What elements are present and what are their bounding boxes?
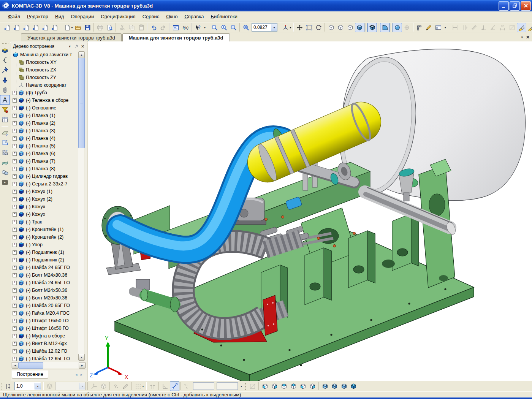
tree-item-16[interactable]: +(-) Цилиндр гидрав	[11, 173, 78, 180]
tree-item-25[interactable]: +(-) Упор	[11, 241, 78, 249]
step-value-dropdown[interactable]: ▼	[35, 383, 41, 390]
tree-item-27[interactable]: +(-) Подшипник (2)	[11, 256, 78, 264]
current-step-button[interactable]	[4, 382, 14, 391]
expand-icon[interactable]: +	[13, 281, 17, 285]
horizontal-scroll-thumb[interactable]	[18, 362, 43, 369]
tab-doc-uchastok[interactable]: Участок для зачистки торцов труб.a3d	[21, 33, 122, 42]
attachments-button[interactable]	[0, 85, 10, 95]
menu-help[interactable]: Справка	[181, 12, 207, 21]
expand-icon[interactable]: +	[13, 136, 17, 141]
model-red-bracket[interactable]	[263, 295, 277, 336]
tree-item-15[interactable]: +(-) Планка (8)	[11, 165, 78, 173]
surfaces-button[interactable]	[0, 157, 10, 167]
menu-editor[interactable]: Редактор	[24, 12, 52, 21]
tree-item-2[interactable]: Плоскость ZX	[11, 66, 78, 74]
toolbar-overflow-button[interactable]: ▾	[239, 385, 244, 387]
doc-part-button[interactable]	[41, 23, 50, 32]
tree-item-13[interactable]: +(-) Планка (6)	[11, 150, 78, 157]
tree-item-31[interactable]: +(-) Болт М24х50.36	[11, 287, 78, 294]
view-axis-x-button[interactable]	[339, 382, 349, 391]
hidden-lines-button[interactable]	[336, 23, 345, 32]
step-value[interactable]: 1.0▼	[14, 382, 41, 390]
tree-item-3[interactable]: Плоскость ZY	[11, 74, 78, 81]
expand-icon[interactable]: +	[13, 319, 17, 323]
expand-icon[interactable]: +	[13, 152, 17, 156]
scroll-up-button[interactable]: ▲	[78, 51, 85, 58]
expand-icon[interactable]: +	[13, 228, 17, 232]
tree-item-10[interactable]: +(-) Планка (3)	[11, 127, 78, 135]
expand-icon[interactable]: +	[13, 311, 17, 315]
measure-check-button[interactable]	[526, 23, 532, 32]
zoom-scale-dropdown[interactable]: ▼	[271, 24, 277, 31]
close-button[interactable]	[521, 1, 531, 11]
tree-item-6[interactable]: +(-) Тележка в сборе	[11, 97, 78, 104]
tree-item-22[interactable]: +(-) Трак	[11, 218, 78, 226]
model-viewport[interactable]: Y Z X	[88, 41, 532, 381]
assembly-operations-button[interactable]	[0, 167, 10, 177]
tree-item-33[interactable]: +(-) Шайба 20 65Г ГО	[11, 302, 78, 309]
scroll-down-button[interactable]: ▼	[78, 354, 85, 361]
tree-horizontal-scrollbar[interactable]: ◀ ▶	[11, 362, 86, 368]
doc-spec-button[interactable]	[31, 23, 41, 32]
close-document-button[interactable]: ✕	[526, 35, 530, 40]
rotate-view-button[interactable]	[314, 23, 323, 32]
auxiliary-contour-button[interactable]	[0, 138, 10, 147]
undo-button[interactable]	[149, 23, 158, 32]
menu-file[interactable]: Файл	[5, 12, 24, 21]
expand-icon[interactable]: +	[13, 266, 17, 270]
tree-item-19[interactable]: +(-) Кожух (2)	[11, 195, 78, 203]
filter-objects-button[interactable]	[0, 105, 10, 115]
expand-icon[interactable]: +	[13, 235, 17, 239]
tree-item-17[interactable]: +(-) Серьга 2-33х2-7	[11, 180, 78, 188]
expressions-button[interactable]	[180, 23, 190, 32]
tree-item-39[interactable]: +(-) Шайба 12.02 ГО	[11, 347, 78, 355]
menu-view[interactable]: Вид	[52, 12, 68, 21]
shaded-button[interactable]	[355, 23, 364, 32]
tree-item-21[interactable]: +(-) Кожух	[11, 211, 78, 218]
close-panel-button[interactable]: ✕	[80, 44, 86, 49]
tree-item-20[interactable]: +(-) Кожух	[11, 203, 78, 211]
tab-doc-mashina[interactable]: Машина для зачистки торцов труб.a3d	[122, 33, 230, 42]
expand-icon[interactable]: +	[13, 349, 17, 353]
simplified-display-button[interactable]	[393, 23, 402, 32]
tree-item-34[interactable]: +(-) Гайка М20.4 ГОС	[11, 309, 78, 317]
add-component-button[interactable]	[0, 65, 10, 75]
expand-icon[interactable]: +	[13, 205, 17, 209]
wireframe-button[interactable]	[326, 23, 336, 32]
expand-icon[interactable]: +	[13, 342, 17, 346]
section-surface-button[interactable]	[0, 147, 10, 157]
tree-item-32[interactable]: +(-) Болт М20х80.36	[11, 294, 78, 302]
expand-icon[interactable]: +	[13, 91, 17, 95]
expand-icon[interactable]: +	[13, 250, 17, 255]
collision-check-button[interactable]	[517, 23, 526, 32]
expand-icon[interactable]: +	[13, 243, 17, 247]
tree-item-9[interactable]: +(-) Планка (2)	[11, 119, 78, 127]
spline-3d-button[interactable]	[0, 55, 10, 65]
expand-icon[interactable]: +	[13, 220, 17, 224]
tree-item-1[interactable]: Плоскость XY	[11, 59, 78, 66]
tree-menu-button[interactable]: ▾	[67, 44, 73, 49]
expand-icon[interactable]: +	[13, 98, 17, 103]
view-bottom-button[interactable]	[289, 382, 298, 391]
view-axis-z-button[interactable]	[330, 382, 339, 391]
rebuild-model-button[interactable]	[415, 23, 424, 32]
orientation-dropdown[interactable]: ▼	[289, 26, 292, 29]
auxiliary-plane-button[interactable]	[0, 128, 10, 138]
zoom-frame-button[interactable]	[304, 23, 314, 32]
tree-item-30[interactable]: +(-) Шайба 24 65Г ГО	[11, 279, 78, 287]
tree-item-24[interactable]: +(-) Кронштейн (2)	[11, 233, 78, 241]
menu-libraries[interactable]: Библиотеки	[207, 12, 241, 21]
expand-toolbar-button[interactable]: ▸	[2, 180, 8, 185]
variables-button[interactable]	[171, 23, 180, 32]
tree-item-7[interactable]: +(-) Основание	[11, 104, 78, 112]
tree-item-29[interactable]: +(-) Болт М24х80.36	[11, 271, 78, 279]
tree-item-8[interactable]: +(-) Планка (1)	[11, 112, 78, 119]
expand-icon[interactable]: +	[13, 182, 17, 186]
tree-item-35[interactable]: +(-) Штифт 16х50 ГО	[11, 317, 78, 325]
expand-icon[interactable]: +	[13, 121, 17, 125]
expand-icon[interactable]: +	[13, 212, 17, 217]
expand-icon[interactable]: +	[13, 144, 17, 148]
expand-icon[interactable]: +	[13, 334, 17, 338]
toolbar-grip[interactable]	[2, 43, 8, 44]
toolbar-grip[interactable]	[245, 382, 246, 390]
